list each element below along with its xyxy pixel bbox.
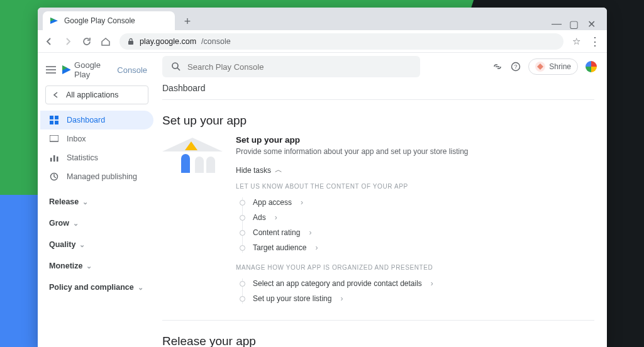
browser-tab[interactable]: Google Play Console	[43, 11, 175, 30]
chevron-down-icon: ⌄	[79, 241, 85, 249]
setup-illustration	[162, 138, 222, 178]
svg-rect-7	[50, 121, 53, 124]
svg-rect-9	[50, 135, 58, 141]
reload-button[interactable]	[82, 36, 92, 47]
new-tab-button[interactable]: +	[179, 13, 196, 30]
sidebar-item-dashboard[interactable]: Dashboard	[40, 111, 153, 129]
app-frame: Google Play Console All applications Das…	[38, 53, 607, 347]
omnibox[interactable]: play.google.com /console	[119, 33, 564, 50]
brand-logo[interactable]: Google Play Console	[62, 60, 147, 79]
task-target-audience[interactable]: Target audience	[240, 240, 594, 255]
url-path: /console	[201, 37, 231, 46]
shrine-icon	[535, 62, 545, 72]
sidebar-item-label: Managed publishing	[67, 172, 137, 181]
arrow-left-icon	[52, 91, 60, 99]
task-group-label-presentation: MANAGE HOW YOUR APP IS ORGANIZED AND PRE…	[236, 264, 594, 271]
sidebar-item-statistics[interactable]: Statistics	[40, 148, 153, 167]
svg-rect-10	[50, 158, 52, 162]
svg-rect-12	[57, 157, 58, 162]
chevron-down-icon: ⌄	[82, 198, 88, 206]
task-app-access[interactable]: App access	[240, 195, 594, 210]
publishing-icon	[49, 172, 59, 181]
topbar: ? Shrine	[157, 53, 607, 80]
section-setup-title: Set up your app	[162, 114, 594, 128]
svg-rect-2	[128, 41, 133, 45]
chip-label: Shrine	[549, 62, 571, 71]
svg-rect-8	[55, 121, 58, 124]
home-button[interactable]	[101, 36, 111, 47]
sidebar-item-label: Dashboard	[67, 116, 105, 124]
sidebar-item-inbox[interactable]: Inbox	[40, 129, 153, 148]
search-input[interactable]	[187, 62, 411, 72]
sidebar-item-label: Inbox	[67, 135, 86, 143]
menu-button[interactable]	[45, 65, 57, 74]
svg-text:?: ?	[514, 63, 518, 70]
search-icon	[171, 62, 181, 72]
setup-description: Provide some information about your app …	[236, 147, 594, 156]
forward-button[interactable]	[63, 36, 73, 47]
chevron-up-icon: ︿	[275, 165, 282, 175]
address-bar: play.google.com /console ☆ ⋮	[38, 30, 607, 53]
tab-strip: Google Play Console + — ▢ ✕	[38, 8, 607, 30]
maximize-button[interactable]: ▢	[569, 18, 578, 30]
task-ads[interactable]: Ads	[240, 210, 594, 225]
svg-rect-6	[55, 116, 58, 119]
link-icon[interactable]	[492, 62, 503, 71]
chevron-down-icon: ⌄	[86, 262, 92, 270]
back-button[interactable]	[44, 36, 54, 47]
url-host: play.google.com	[140, 37, 196, 46]
google-account-button[interactable]	[586, 61, 597, 72]
sidebar: Google Play Console All applications Das…	[38, 53, 157, 347]
tab-title: Google Play Console	[64, 16, 135, 25]
all-applications-label: All applications	[66, 91, 118, 99]
setup-heading: Set up your app	[236, 135, 594, 145]
sidebar-group-monetize[interactable]: Monetize⌄	[40, 255, 153, 277]
minimize-button[interactable]: —	[552, 18, 560, 30]
lock-icon	[127, 38, 135, 45]
sidebar-group-release[interactable]: Release⌄	[40, 191, 153, 212]
browser-menu-button[interactable]: ⋮	[589, 35, 601, 48]
svg-rect-5	[50, 116, 53, 119]
sidebar-item-managed-publishing[interactable]: Managed publishing	[40, 167, 153, 186]
svg-marker-17	[537, 63, 543, 70]
close-button[interactable]: ✕	[587, 18, 596, 30]
task-store-listing[interactable]: Set up your store listing	[240, 291, 594, 306]
sidebar-group-grow[interactable]: Grow⌄	[40, 212, 153, 234]
inbox-icon	[49, 135, 59, 143]
svg-point-14	[172, 63, 178, 69]
content: Dashboard Set up your app Set up your ap…	[157, 80, 607, 347]
app-selector-chip[interactable]: Shrine	[528, 58, 578, 75]
browser-window: Google Play Console + — ▢ ✕ play.google.…	[38, 8, 607, 347]
svg-rect-11	[53, 155, 55, 162]
sidebar-group-quality[interactable]: Quality⌄	[40, 234, 153, 255]
statistics-icon	[49, 154, 59, 162]
dashboard-icon	[49, 116, 59, 124]
main: ? Shrine Dashboard Set up your app	[157, 53, 607, 347]
sidebar-item-label: Statistics	[67, 153, 98, 162]
all-applications-button[interactable]: All applications	[45, 85, 148, 104]
chevron-down-icon: ⌄	[138, 284, 143, 292]
help-icon[interactable]: ?	[511, 62, 521, 72]
bookmark-button[interactable]: ☆	[572, 36, 580, 47]
chevron-down-icon: ⌄	[73, 219, 79, 228]
task-group-label-content: LET US KNOW ABOUT THE CONTENT OF YOUR AP…	[236, 183, 594, 190]
task-content-rating[interactable]: Content rating	[240, 225, 594, 240]
page-title: Dashboard	[162, 80, 594, 100]
play-icon	[62, 65, 70, 75]
play-console-favicon	[50, 16, 59, 25]
window-controls: — ▢ ✕	[545, 18, 602, 30]
search-box[interactable]	[162, 56, 420, 77]
setup-card: Set up your app Provide some information…	[162, 135, 594, 306]
hide-tasks-toggle[interactable]: Hide tasks ︿	[236, 165, 594, 175]
task-category-contact[interactable]: Select an app category and provide conta…	[240, 276, 594, 291]
section-release-title: Release your app	[162, 334, 594, 347]
sidebar-group-policy[interactable]: Policy and compliance⌄	[40, 277, 153, 298]
